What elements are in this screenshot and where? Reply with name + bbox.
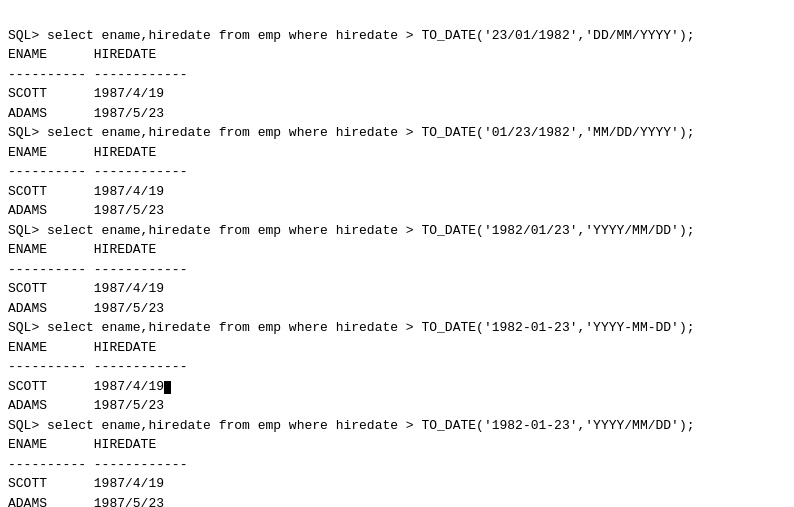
data-row-block4-0: SCOTT 1987/4/19 — [8, 377, 786, 397]
data-row-block5-1: ADAMS 1987/5/23 — [8, 494, 786, 508]
sql-prompt-block2: SQL> select ename,hiredate from emp wher… — [8, 123, 786, 143]
cursor — [164, 381, 171, 394]
col-header-block2: ENAME HIREDATE — [8, 143, 786, 163]
separator-block3: ---------- ------------ — [8, 260, 786, 280]
sql-prompt-block5: SQL> select ename,hiredate from emp wher… — [8, 416, 786, 436]
data-row-block2-1: ADAMS 1987/5/23 — [8, 201, 786, 221]
col-header-block5: ENAME HIREDATE — [8, 435, 786, 455]
data-row-block2-0: SCOTT 1987/4/19 — [8, 182, 786, 202]
sql-prompt-block4: SQL> select ename,hiredate from emp wher… — [8, 318, 786, 338]
separator-block4: ---------- ------------ — [8, 357, 786, 377]
sql-prompt-block1: SQL> select ename,hiredate from emp wher… — [8, 26, 786, 46]
separator-block1: ---------- ------------ — [8, 65, 786, 85]
col-header-block4: ENAME HIREDATE — [8, 338, 786, 358]
data-row-block1-1: ADAMS 1987/5/23 — [8, 104, 786, 124]
data-row-block5-0: SCOTT 1987/4/19 — [8, 474, 786, 494]
data-row-block3-1: ADAMS 1987/5/23 — [8, 299, 786, 319]
terminal-output: SQL> select ename,hiredate from emp wher… — [8, 6, 786, 507]
separator-block5: ---------- ------------ — [8, 455, 786, 475]
data-row-block3-0: SCOTT 1987/4/19 — [8, 279, 786, 299]
col-header-block3: ENAME HIREDATE — [8, 240, 786, 260]
separator-block2: ---------- ------------ — [8, 162, 786, 182]
col-header-block1: ENAME HIREDATE — [8, 45, 786, 65]
sql-prompt-block3: SQL> select ename,hiredate from emp wher… — [8, 221, 786, 241]
data-row-block1-0: SCOTT 1987/4/19 — [8, 84, 786, 104]
data-row-block4-1: ADAMS 1987/5/23 — [8, 396, 786, 416]
